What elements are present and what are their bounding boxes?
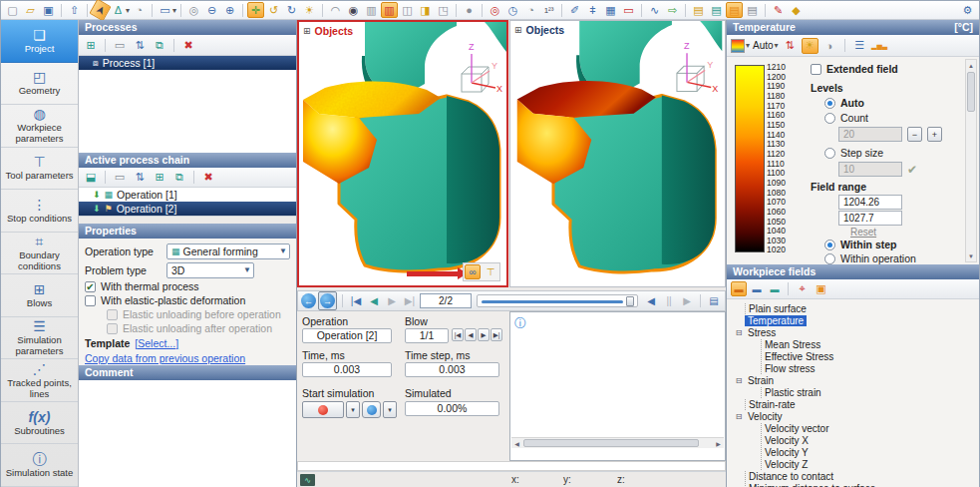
elastic-plastic-checkbox[interactable] (85, 295, 96, 306)
edit-note-icon[interactable]: ✎ (770, 2, 787, 18)
renumber-process-icon[interactable]: ⇅ (131, 37, 149, 53)
operation-type-dropdown[interactable]: ▦ General forming ▼ (166, 244, 290, 259)
view-3d-icon[interactable]: ◳ (435, 2, 452, 18)
operation-1-row[interactable]: ⬇ ▦ Operation [1] (79, 188, 296, 202)
time-field[interactable]: 0.003 (302, 362, 392, 377)
section-cylinder-icon[interactable]: ▥ (363, 2, 380, 18)
smooth-field-icon[interactable]: ☀ (802, 38, 818, 54)
palette-icon[interactable] (731, 39, 745, 53)
copy-process-icon[interactable]: ⧉ (151, 37, 168, 53)
settings-gear-icon[interactable]: ⚙ (959, 2, 976, 18)
tree-item-plain-surface[interactable]: Plain surface (733, 302, 979, 314)
operation-field[interactable]: Operation [2] (302, 328, 392, 343)
blow-next-button[interactable]: ▶ (478, 328, 490, 341)
scroll-thumb[interactable] (967, 72, 975, 112)
light-icon[interactable]: ☀ (301, 2, 318, 18)
tree-item-stress[interactable]: ⊟Stress (733, 326, 979, 338)
sidebar-item-geometry[interactable]: ◰ Geometry (1, 63, 78, 106)
add-operation-icon[interactable]: ⬓ (82, 170, 100, 186)
sidebar-item-boundary-conditions[interactable]: ⌗ Boundary conditions (1, 233, 78, 275)
thermal-process-checkbox[interactable]: ✔ (85, 281, 96, 292)
sidebar-item-workpiece-parameters[interactable]: ◍ Workpiece parameters (1, 105, 78, 148)
scale-mode-caret-icon[interactable]: ▾ (775, 41, 779, 50)
isolines-icon[interactable]: ◑ (821, 38, 838, 54)
export-project-icon[interactable]: ⇧ (66, 2, 83, 18)
section-cylinder-active-icon[interactable]: ▥ (381, 2, 398, 18)
renumber-operation-icon[interactable]: ⇅ (131, 170, 149, 186)
start-simulation-button[interactable] (302, 401, 344, 418)
start-options-dropdown[interactable]: ▾ (346, 401, 360, 418)
range-min-input[interactable]: 1027.7 (838, 211, 902, 226)
scroll-up-icon[interactable]: ▲ (966, 60, 976, 71)
range-max-input[interactable]: 1204.26 (838, 195, 902, 210)
edit-3d-icon[interactable]: ◆ (788, 2, 805, 18)
scale-mode-dropdown[interactable]: Auto (753, 40, 774, 51)
step-back-button[interactable]: ← (301, 293, 316, 308)
zoom-in-icon[interactable]: ⊕ (221, 2, 238, 18)
first-record-button[interactable]: |◀ (348, 293, 364, 309)
tree-item-velocity-y[interactable]: Velocity Y (733, 446, 979, 458)
domain-box-icon[interactable]: ▭ (620, 2, 637, 18)
sidebar-item-simulation-parameters[interactable]: ☰ Simulation parameters (1, 317, 78, 360)
open-folder-icon[interactable]: ▱ (22, 2, 39, 18)
tree-item-velocity-vector[interactable]: Velocity vector (733, 422, 979, 434)
tree-item-strain-rate[interactable]: Strain-rate (733, 398, 979, 410)
insert-operation-icon[interactable]: ⊞ (151, 170, 168, 186)
next-record-button[interactable]: ▶ (384, 293, 400, 309)
measure-flask-icon[interactable]: Δ (110, 2, 127, 18)
levels-auto-radio[interactable] (824, 98, 835, 109)
frame-counter[interactable]: 2/2 (420, 293, 472, 308)
processes-list-area[interactable] (79, 70, 296, 153)
within-operation-radio[interactable] (824, 253, 835, 264)
objects-expand-icon[interactable]: ⊞ (303, 26, 311, 36)
levels-list-icon[interactable]: ☰ (851, 38, 868, 54)
step-size-radio[interactable] (824, 148, 835, 159)
visibility-icon[interactable]: ◉ (345, 2, 362, 18)
last-record-button[interactable]: ▶| (402, 293, 418, 309)
measure-height-icon[interactable]: ǂ (584, 2, 601, 18)
sidebar-item-tool-parameters[interactable]: ⊤ Tool parameters (1, 148, 78, 191)
fill-tool-button[interactable]: ⊤ (483, 264, 498, 279)
simulation-log[interactable]: ⓘ ◀ ▶ (509, 311, 726, 461)
tree-item-mean-stress[interactable]: Mean Stress (733, 338, 979, 350)
step-time-icon[interactable]: ◔ (522, 2, 539, 18)
comment-input-area[interactable] (79, 380, 296, 487)
tree-item-strain[interactable]: ⊟Strain (733, 374, 979, 386)
play-backward-button[interactable]: ◀ (643, 293, 659, 309)
rotation-center-icon[interactable]: ◔ (131, 2, 148, 18)
extended-field-checkbox[interactable] (811, 64, 821, 75)
export-image-icon[interactable]: ▣ (813, 281, 829, 297)
legend-vertical-scrollbar[interactable]: ▲ ▼ (965, 59, 977, 262)
link-fields-button[interactable]: ∞ (465, 264, 481, 279)
sidebar-item-simulation-state[interactable]: ⓘ Simulation state (1, 444, 78, 487)
sidebar-item-tracked-points[interactable]: ⋰ Tracked points, lines (1, 359, 78, 402)
db-fields-icon[interactable]: ▤ (708, 2, 725, 18)
scroll-right-icon[interactable]: ▶ (713, 438, 724, 448)
sidebar-item-subroutines[interactable]: f(x) Subroutines (1, 402, 78, 445)
objects-tree-label[interactable]: Objects (315, 25, 354, 37)
palette-caret-icon[interactable]: ▾ (746, 41, 750, 50)
copy-data-link[interactable]: Copy data from previous operation (85, 352, 245, 364)
delete-operation-icon[interactable]: ✖ (199, 170, 217, 186)
blow-field[interactable]: 1/1 (405, 328, 449, 343)
previous-record-button[interactable]: ◀ (366, 293, 382, 309)
copy-operation-icon[interactable]: ⧉ (170, 170, 188, 186)
display-mode-icon[interactable]: ▭ (157, 2, 173, 18)
record-animation-button[interactable]: ▤ (706, 293, 722, 309)
blow-first-button[interactable]: |◀ (452, 328, 464, 341)
billet-solid-icon[interactable]: ▬ (731, 281, 747, 296)
section-quarter-icon[interactable]: ◨ (417, 2, 434, 18)
flask-caret-icon[interactable]: ▾ (126, 6, 130, 15)
rotate-3d-icon[interactable]: ↻ (283, 2, 300, 18)
display-caret-icon[interactable]: ▾ (172, 6, 176, 15)
collapse-icon[interactable]: ⊟ (733, 376, 745, 385)
tree-item-flow-stress[interactable]: Flow stress (733, 362, 979, 374)
vector-field-icon[interactable]: ⌖ (794, 281, 811, 297)
add-process-icon[interactable]: ⊞ (82, 37, 100, 53)
levels-count-radio[interactable] (824, 113, 835, 124)
pan-icon[interactable]: ✛ (247, 2, 264, 18)
slider-handle[interactable] (626, 296, 634, 306)
save-icon[interactable]: ▣ (40, 2, 57, 18)
template-select-link[interactable]: [Select...] (135, 337, 178, 349)
timeline-slider[interactable] (477, 294, 638, 307)
